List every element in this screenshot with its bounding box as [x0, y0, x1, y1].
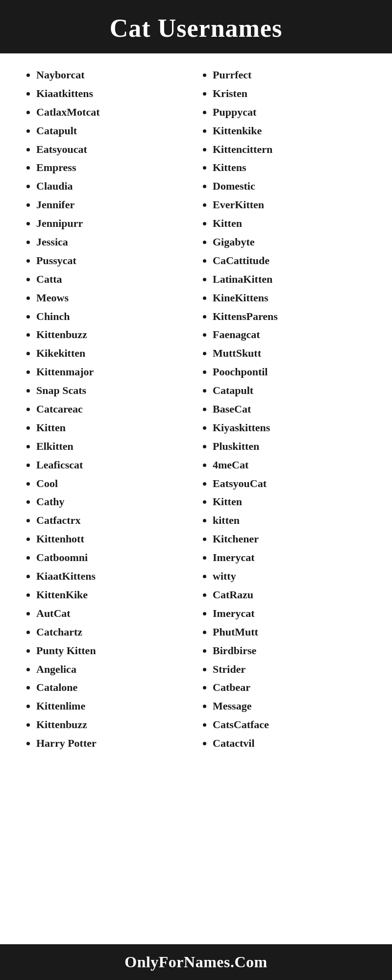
list-item: KittenKike — [36, 587, 191, 603]
list-item: Imerycat — [213, 606, 368, 621]
list-item: Harry Potter — [36, 735, 191, 751]
list-item: Leaficscat — [36, 457, 191, 473]
footer-text: OnlyForNames.Com — [124, 953, 268, 971]
list-item: PhutMutt — [213, 624, 368, 640]
list-item: CaCattitude — [213, 253, 368, 269]
list-item: Pussycat — [36, 253, 191, 269]
list-item: Gigabyte — [213, 234, 368, 250]
page-title: Cat Usernames — [10, 14, 382, 43]
right-column: PurrfectKristenPuppycatKittenkikeKittenc… — [196, 67, 372, 754]
page-footer: OnlyForNames.Com — [0, 944, 392, 980]
list-item: KittensParens — [213, 309, 368, 324]
list-item: CatsCatface — [213, 717, 368, 733]
right-list: PurrfectKristenPuppycatKittenkikeKittenc… — [201, 67, 368, 751]
list-item: Catalone — [36, 680, 191, 695]
list-item: kitten — [213, 513, 368, 528]
list-item: BaseCat — [213, 401, 368, 417]
list-item: EatsyouCat — [213, 476, 368, 491]
list-item: witty — [213, 568, 368, 584]
list-item: Jennifer — [36, 197, 191, 213]
list-item: Kiaatkittens — [36, 86, 191, 101]
columns-wrapper: NayborcatKiaatkittensCatlaxMotcatCatapul… — [20, 67, 372, 754]
list-item: Cool — [36, 476, 191, 491]
list-item: Kittenbuzz — [36, 717, 191, 733]
list-item: Kristen — [213, 86, 368, 101]
list-item: Snap Scats — [36, 383, 191, 398]
list-item: Catchartz — [36, 624, 191, 640]
left-list: NayborcatKiaatkittensCatlaxMotcatCatapul… — [24, 67, 191, 751]
list-item: KineKittens — [213, 290, 368, 306]
page-header: Cat Usernames — [0, 0, 392, 53]
list-item: CatlaxMotcat — [36, 104, 191, 120]
list-item: Kikekitten — [36, 345, 191, 361]
list-item: Puppycat — [213, 104, 368, 120]
list-item: Message — [213, 698, 368, 714]
list-item: Pluskitten — [213, 439, 368, 454]
list-item: Kittenkike — [213, 123, 368, 139]
list-item: Kitten — [36, 420, 191, 436]
list-item: Empress — [36, 160, 191, 175]
list-item: Catta — [36, 271, 191, 287]
list-item: Kittens — [213, 160, 368, 175]
list-item: Kittenmajor — [36, 364, 191, 380]
list-item: Jessica — [36, 234, 191, 250]
list-item: Kitchener — [213, 531, 368, 547]
list-item: Poochpontil — [213, 364, 368, 380]
list-item: LatinaKitten — [213, 271, 368, 287]
list-item: Nayborcat — [36, 67, 191, 83]
list-item: Catapult — [36, 123, 191, 139]
list-item: Kittenlime — [36, 698, 191, 714]
list-item: Angelica — [36, 662, 191, 677]
list-item: AutCat — [36, 606, 191, 621]
list-item: 4meCat — [213, 457, 368, 473]
list-item: Kittenhott — [36, 531, 191, 547]
list-item: Kiyaskittens — [213, 420, 368, 436]
list-item: Cathy — [36, 494, 191, 510]
list-item: Catbear — [213, 680, 368, 695]
left-column: NayborcatKiaatkittensCatlaxMotcatCatapul… — [20, 67, 196, 754]
list-item: Kitten — [213, 494, 368, 510]
list-item: CatRazu — [213, 587, 368, 603]
list-item: Eatsyoucat — [36, 142, 191, 157]
list-item: EverKitten — [213, 197, 368, 213]
list-item: Faenagcat — [213, 327, 368, 343]
list-item: Jennipurr — [36, 216, 191, 231]
list-item: Imerycat — [213, 550, 368, 565]
list-item: Elkitten — [36, 439, 191, 454]
list-item: KiaatKittens — [36, 568, 191, 584]
list-item: Meows — [36, 290, 191, 306]
list-item: Chinch — [36, 309, 191, 324]
list-item: Catfactrx — [36, 513, 191, 528]
list-item: Claudia — [36, 178, 191, 194]
list-item: MuttSkutt — [213, 345, 368, 361]
page-wrapper: Cat Usernames NayborcatKiaatkittensCatla… — [0, 0, 392, 980]
list-item: Kittenbuzz — [36, 327, 191, 343]
list-item: Strider — [213, 662, 368, 677]
list-item: Catactvil — [213, 735, 368, 751]
content-area: NayborcatKiaatkittensCatlaxMotcatCatapul… — [0, 53, 392, 944]
list-item: Catboomni — [36, 550, 191, 565]
list-item: Domestic — [213, 178, 368, 194]
list-item: Kittencittern — [213, 142, 368, 157]
list-item: Birdbirse — [213, 643, 368, 659]
list-item: Catapult — [213, 383, 368, 398]
list-item: Catcareac — [36, 401, 191, 417]
list-item: Punty Kitten — [36, 643, 191, 659]
list-item: Kitten — [213, 216, 368, 231]
list-item: Purrfect — [213, 67, 368, 83]
